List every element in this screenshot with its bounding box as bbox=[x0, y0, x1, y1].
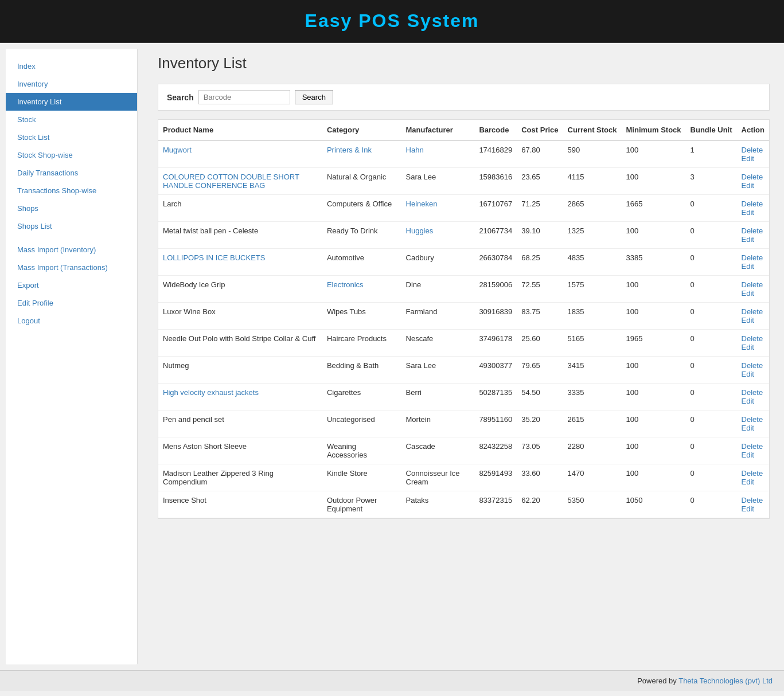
barcode: 37496178 bbox=[474, 330, 517, 357]
edit-button[interactable]: Edit bbox=[742, 505, 765, 513]
bundle-unit: 0 bbox=[686, 464, 737, 491]
cost-price: 68.25 bbox=[517, 249, 563, 276]
barcode: 17416829 bbox=[474, 140, 517, 168]
bundle-unit: 0 bbox=[686, 384, 737, 410]
delete-button[interactable]: Delete bbox=[742, 200, 765, 208]
cost-price: 71.25 bbox=[517, 195, 563, 222]
bundle-unit: 0 bbox=[686, 195, 737, 222]
cost-price: 54.50 bbox=[517, 384, 563, 410]
edit-button[interactable]: Edit bbox=[742, 370, 765, 378]
delete-button[interactable]: Delete bbox=[742, 280, 765, 289]
category: Kindle Store bbox=[322, 464, 401, 491]
sidebar-item-stock-list[interactable]: Stock List bbox=[6, 128, 137, 146]
delete-button[interactable]: Delete bbox=[742, 226, 765, 235]
delete-button[interactable]: Delete bbox=[742, 253, 765, 262]
edit-button[interactable]: Edit bbox=[742, 478, 765, 486]
current-stock: 3415 bbox=[563, 357, 622, 384]
action-cell: DeleteEdit bbox=[737, 437, 769, 464]
minimum-stock: 100 bbox=[622, 384, 686, 410]
product-name-link[interactable]: Mugwort bbox=[163, 146, 318, 154]
search-input[interactable] bbox=[198, 90, 290, 104]
bundle-unit: 1 bbox=[686, 140, 737, 168]
minimum-stock: 100 bbox=[622, 168, 686, 195]
edit-button[interactable]: Edit bbox=[742, 397, 765, 405]
barcode: 82591493 bbox=[474, 464, 517, 491]
sidebar-item-edit-profile[interactable]: Edit Profile bbox=[6, 294, 137, 312]
sidebar-item-stock[interactable]: Stock bbox=[6, 111, 137, 128]
app-title: Easy POS System bbox=[0, 10, 784, 32]
edit-button[interactable]: Edit bbox=[742, 343, 765, 351]
delete-button[interactable]: Delete bbox=[742, 361, 765, 370]
main-content: Inventory List Search Search Product Nam… bbox=[143, 43, 784, 670]
sidebar-item-shops-list[interactable]: Shops List bbox=[6, 217, 137, 235]
edit-button[interactable]: Edit bbox=[742, 181, 765, 190]
search-button[interactable]: Search bbox=[295, 90, 333, 104]
edit-button[interactable]: Edit bbox=[742, 235, 765, 244]
sidebar-item-inventory[interactable]: Inventory bbox=[6, 75, 137, 93]
minimum-stock: 100 bbox=[622, 303, 686, 330]
minimum-stock: 100 bbox=[622, 140, 686, 168]
manufacturer-link[interactable]: Heineken bbox=[406, 200, 470, 208]
product-name-link[interactable]: High velocity exhaust jackets bbox=[163, 388, 318, 397]
delete-button[interactable]: Delete bbox=[742, 442, 765, 451]
table-row: WideBody Ice GripElectronicsDine28159006… bbox=[158, 276, 769, 303]
edit-button[interactable]: Edit bbox=[742, 262, 765, 271]
table-row: NutmegBedding & BathSara Lee4930037779.6… bbox=[158, 357, 769, 384]
table-row: MugwortPrinters & InkHahn1741682967.8059… bbox=[158, 140, 769, 168]
sidebar-item-mass-import-inventory[interactable]: Mass Import (Inventory) bbox=[6, 241, 137, 259]
delete-button[interactable]: Delete bbox=[742, 146, 765, 154]
barcode: 50287135 bbox=[474, 384, 517, 410]
product-name-link[interactable]: COLOURED COTTON DOUBLE SHORT HANDLE CONF… bbox=[163, 173, 318, 190]
category-link[interactable]: Electronics bbox=[327, 280, 397, 289]
edit-button[interactable]: Edit bbox=[742, 289, 765, 298]
product-name: Madison Leather Zippered 3 Ring Compendi… bbox=[158, 464, 322, 491]
barcode: 26630784 bbox=[474, 249, 517, 276]
delete-button[interactable]: Delete bbox=[742, 496, 765, 505]
manufacturer-link[interactable]: Huggies bbox=[406, 226, 470, 235]
col-header-action: Action bbox=[737, 120, 769, 140]
minimum-stock: 3385 bbox=[622, 249, 686, 276]
edit-button[interactable]: Edit bbox=[742, 316, 765, 324]
product-name: Pen and pencil set bbox=[158, 410, 322, 437]
delete-button[interactable]: Delete bbox=[742, 307, 765, 316]
sidebar-item-export[interactable]: Export bbox=[6, 276, 137, 294]
sidebar-item-inventory-list[interactable]: Inventory List bbox=[6, 93, 137, 111]
sidebar-item-transactions-shop-wise[interactable]: Transactions Shop-wise bbox=[6, 182, 137, 200]
cost-price: 35.20 bbox=[517, 410, 563, 437]
sidebar-item-shops[interactable]: Shops bbox=[6, 200, 137, 217]
category-link[interactable]: Printers & Ink bbox=[327, 146, 397, 154]
footer-link[interactable]: Theta Technologies (pvt) Ltd bbox=[678, 677, 773, 685]
manufacturer-link[interactable]: Hahn bbox=[406, 146, 470, 154]
action-cell: DeleteEdit bbox=[737, 168, 769, 195]
sidebar-item-daily-transactions[interactable]: Daily Transactions bbox=[6, 164, 137, 182]
table-row: Pen and pencil setUncategorisedMortein78… bbox=[158, 410, 769, 437]
sidebar-item-index[interactable]: Index bbox=[6, 57, 137, 75]
delete-button[interactable]: Delete bbox=[742, 173, 765, 181]
cost-price: 73.05 bbox=[517, 437, 563, 464]
table-row: Insence ShotOutdoor Power EquipmentPatak… bbox=[158, 491, 769, 518]
delete-button[interactable]: Delete bbox=[742, 388, 765, 397]
edit-button[interactable]: Edit bbox=[742, 154, 765, 163]
sidebar-item-stock-shop-wise[interactable]: Stock Shop-wise bbox=[6, 146, 137, 164]
current-stock: 2280 bbox=[563, 437, 622, 464]
edit-button[interactable]: Edit bbox=[742, 451, 765, 459]
edit-button[interactable]: Edit bbox=[742, 424, 765, 432]
delete-button[interactable]: Delete bbox=[742, 469, 765, 478]
cost-price: 33.60 bbox=[517, 464, 563, 491]
manufacturer: Berri bbox=[401, 384, 475, 410]
cost-price: 79.65 bbox=[517, 357, 563, 384]
bundle-unit: 0 bbox=[686, 491, 737, 518]
product-name: Luxor Wine Box bbox=[158, 303, 322, 330]
sidebar-item-logout[interactable]: Logout bbox=[6, 312, 137, 330]
sidebar-item-mass-import-transactions[interactable]: Mass Import (Transactions) bbox=[6, 259, 137, 276]
delete-button[interactable]: Delete bbox=[742, 334, 765, 343]
barcode: 30916839 bbox=[474, 303, 517, 330]
category: Natural & Organic bbox=[322, 168, 401, 195]
delete-button[interactable]: Delete bbox=[742, 415, 765, 424]
edit-button[interactable]: Edit bbox=[742, 208, 765, 217]
cost-price: 25.60 bbox=[517, 330, 563, 357]
current-stock: 1575 bbox=[563, 276, 622, 303]
product-name: WideBody Ice Grip bbox=[158, 276, 322, 303]
action-cell: DeleteEdit bbox=[737, 249, 769, 276]
product-name-link[interactable]: LOLLIPOPS IN ICE BUCKETS bbox=[163, 253, 318, 262]
